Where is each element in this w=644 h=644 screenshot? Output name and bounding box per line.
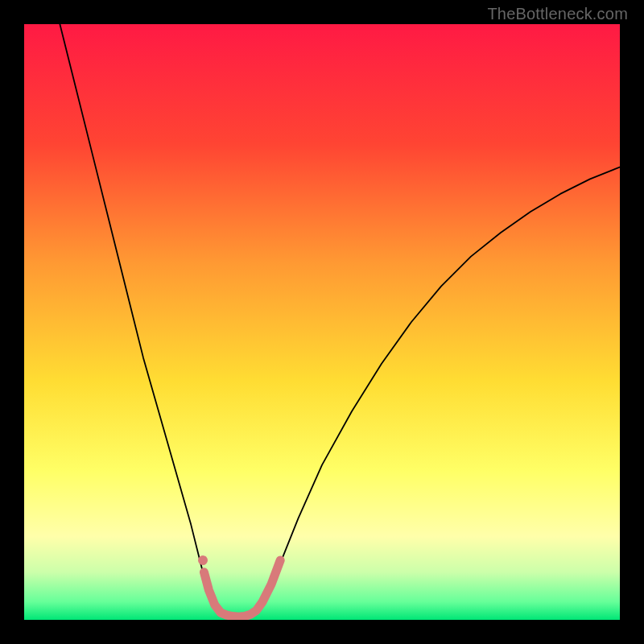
bottleneck-chart <box>24 24 620 620</box>
highlight-dot <box>198 555 208 565</box>
watermark-text: TheBottleneck.com <box>487 5 628 23</box>
gradient-background <box>24 24 620 620</box>
chart-plot-area <box>24 24 620 620</box>
